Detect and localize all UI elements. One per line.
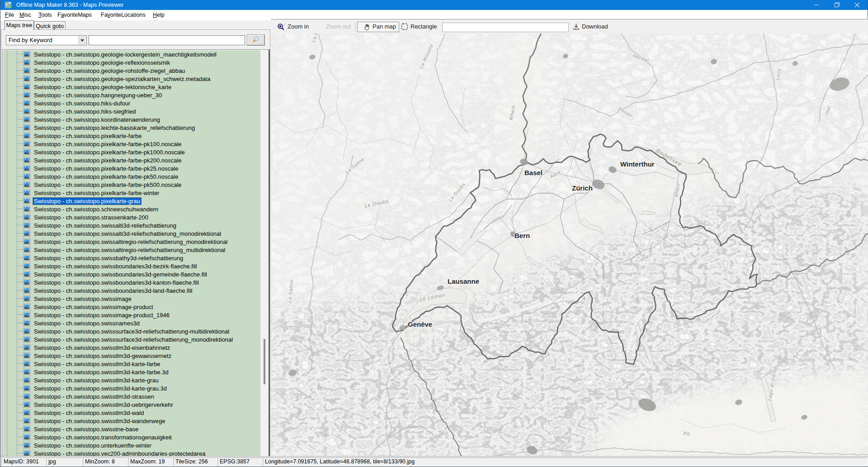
- svg-text:Bern: Bern: [514, 232, 530, 239]
- svg-text:Po: Po: [684, 431, 690, 436]
- svg-text:Lausanne: Lausanne: [448, 277, 479, 285]
- svg-text:Winterthur: Winterthur: [620, 160, 655, 168]
- svg-text:Basel: Basel: [524, 169, 542, 176]
- svg-text:Genève: Genève: [408, 320, 432, 328]
- svg-text:Zürich: Zürich: [572, 184, 593, 192]
